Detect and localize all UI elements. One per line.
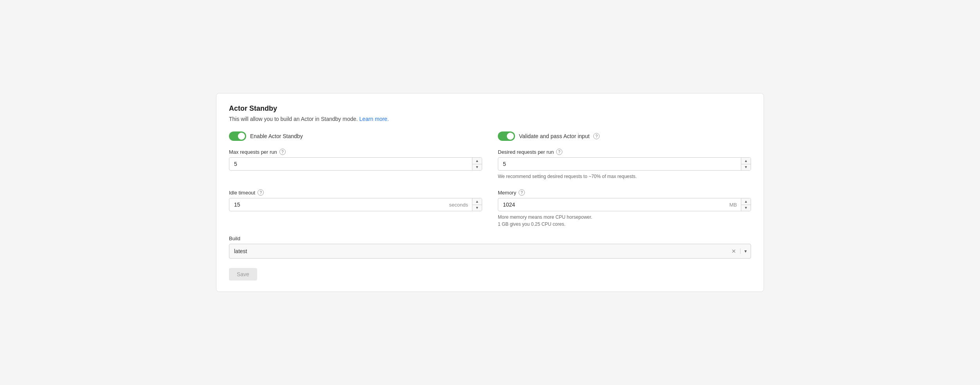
memory-help-icon[interactable]: ? [519, 189, 525, 196]
idle-timeout-decrement[interactable]: ▼ [472, 205, 482, 211]
max-requests-input[interactable] [229, 158, 472, 170]
card-subtitle: This will allow you to build an Actor in… [229, 116, 751, 122]
desired-requests-decrement[interactable]: ▼ [741, 164, 751, 171]
memory-spinner: ▲ ▼ [741, 198, 751, 211]
memory-decrement[interactable]: ▼ [741, 205, 751, 211]
enable-standby-toggle-wrapper: Enable Actor Standby [229, 131, 482, 141]
max-requests-label: Max requests per run ? [229, 149, 482, 155]
save-button[interactable]: Save [229, 268, 257, 281]
desired-requests-input[interactable] [498, 158, 741, 170]
validate-input-help-icon[interactable]: ? [593, 133, 600, 139]
enable-standby-label: Enable Actor Standby [250, 133, 303, 139]
build-group: Build ✕ ▾ [229, 236, 751, 259]
memory-label: Memory ? [498, 189, 751, 196]
desired-requests-input-wrapper: ▲ ▼ [498, 157, 751, 171]
max-requests-help-icon[interactable]: ? [279, 149, 286, 155]
idle-timeout-spinner: ▲ ▼ [472, 198, 482, 211]
memory-input-wrapper: MB ▲ ▼ [498, 198, 751, 211]
memory-suffix: MB [726, 198, 741, 211]
fields-grid: Max requests per run ? ▲ ▼ Desired reque… [229, 149, 751, 228]
validate-input-label: Validate and pass Actor input [519, 133, 589, 139]
build-select-wrapper: ✕ ▾ [229, 244, 751, 259]
idle-timeout-group: Idle timeout ? seconds ▲ ▼ [229, 189, 482, 228]
idle-timeout-input[interactable] [229, 198, 445, 211]
idle-timeout-increment[interactable]: ▲ [472, 198, 482, 205]
max-requests-input-wrapper: ▲ ▼ [229, 157, 482, 171]
max-requests-group: Max requests per run ? ▲ ▼ [229, 149, 482, 180]
idle-timeout-help-icon[interactable]: ? [258, 189, 264, 196]
desired-requests-hint: We recommend setting desired requests to… [498, 173, 751, 180]
validate-input-toggle[interactable] [498, 131, 515, 141]
memory-increment[interactable]: ▲ [741, 198, 751, 205]
card-title: Actor Standby [229, 104, 751, 113]
desired-requests-help-icon[interactable]: ? [556, 149, 562, 155]
build-clear-button[interactable]: ✕ [728, 248, 740, 254]
validate-input-track [498, 131, 515, 141]
desired-requests-label: Desired requests per run ? [498, 149, 751, 155]
idle-timeout-input-wrapper: seconds ▲ ▼ [229, 198, 482, 211]
memory-hint: More memory means more CPU horsepower. 1… [498, 214, 751, 228]
memory-input[interactable] [498, 198, 726, 211]
idle-timeout-label: Idle timeout ? [229, 189, 482, 196]
toggles-row: Enable Actor Standby Validate and pass A… [229, 131, 751, 141]
desired-requests-group: Desired requests per run ? ▲ ▼ We recomm… [498, 149, 751, 180]
desired-requests-spinner: ▲ ▼ [741, 158, 751, 170]
build-label: Build [229, 236, 751, 241]
actor-standby-card: Actor Standby This will allow you to bui… [216, 93, 764, 292]
build-dropdown-button[interactable]: ▾ [740, 248, 751, 254]
memory-group: Memory ? MB ▲ ▼ More memory means more C… [498, 189, 751, 228]
subtitle-text: This will allow you to build an Actor in… [229, 116, 358, 122]
enable-standby-track [229, 131, 246, 141]
desired-requests-increment[interactable]: ▲ [741, 158, 751, 164]
max-requests-increment[interactable]: ▲ [472, 158, 482, 164]
validate-input-toggle-wrapper: Validate and pass Actor input ? [498, 131, 751, 141]
build-input[interactable] [229, 244, 728, 258]
learn-more-link[interactable]: Learn more. [359, 116, 389, 122]
enable-standby-toggle[interactable] [229, 131, 246, 141]
max-requests-decrement[interactable]: ▼ [472, 164, 482, 171]
idle-timeout-suffix: seconds [445, 198, 472, 211]
max-requests-spinner: ▲ ▼ [472, 158, 482, 170]
